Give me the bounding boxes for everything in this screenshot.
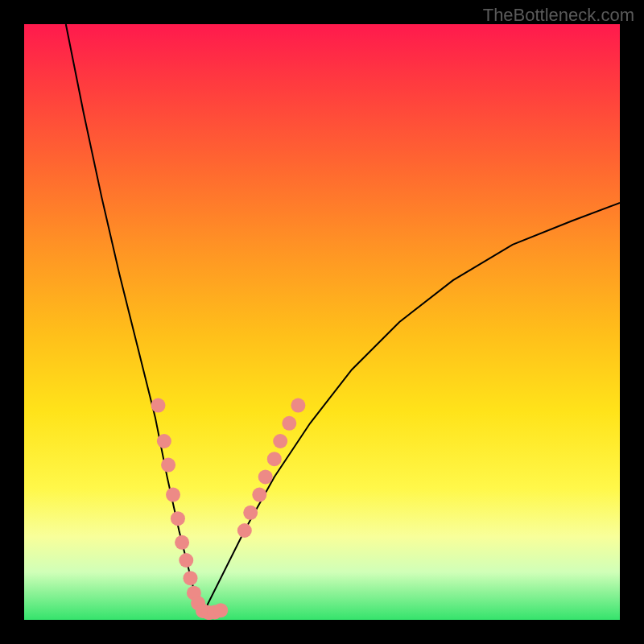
marker-dot [166,488,180,502]
marker-dot [267,452,282,466]
marker-dot [237,523,252,538]
marker-dot [157,434,171,448]
chart-svg [24,24,620,620]
curve-layer [66,24,620,614]
marker-dot [183,571,197,585]
marker-dot [175,535,189,550]
plot-area [24,24,620,620]
watermark-text: TheBottleneck.com [483,5,634,26]
marker-dot [213,603,228,617]
marker-dot [273,434,287,448]
marker-dot [282,416,296,431]
marker-dot [252,488,266,502]
curve-right-curve [203,203,620,614]
marker-dot [171,511,185,526]
marker-dot [179,553,193,568]
curve-left-curve [66,24,203,614]
marker-dot [161,458,175,473]
marker-dot [258,469,273,484]
marker-dot [243,506,258,520]
marker-dot [291,398,305,413]
marker-dot [151,398,166,413]
